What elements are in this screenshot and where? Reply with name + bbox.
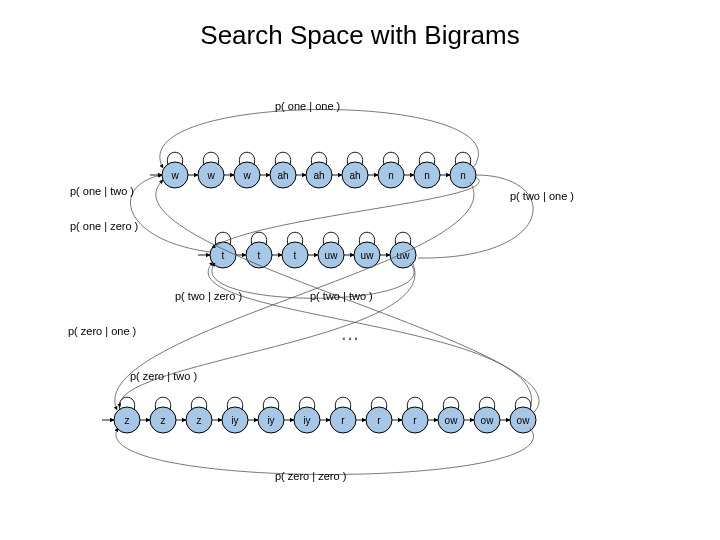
label-zero-two: p( zero | two ) (130, 370, 197, 382)
label-zero-zero: p( zero | zero ) (275, 470, 346, 482)
label-two-zero: p( two | zero ) (175, 290, 242, 302)
svg-text:z: z (125, 415, 130, 426)
arc-two-zero (208, 262, 531, 410)
svg-text:n: n (424, 170, 430, 181)
row-one: w w w ah ah ah n n n (162, 152, 476, 188)
svg-text:w: w (206, 170, 215, 181)
label-two-two: p( two | two ) (310, 290, 373, 302)
svg-text:z: z (197, 415, 202, 426)
label-one-one: p( one | one ) (275, 100, 340, 112)
bigram-diagram: w w w ah ah ah n n n t t t uw uw uw (0, 0, 720, 540)
svg-text:n: n (460, 170, 466, 181)
arc-two-one-a (418, 175, 533, 258)
label-two-one: p( two | one ) (510, 190, 574, 202)
svg-text:t: t (294, 250, 297, 261)
svg-text:w: w (170, 170, 179, 181)
svg-text:iy: iy (231, 415, 238, 426)
svg-text:ah: ah (313, 170, 324, 181)
svg-text:ah: ah (349, 170, 360, 181)
svg-text:uw: uw (325, 250, 339, 261)
svg-text:t: t (222, 250, 225, 261)
arc-one-one (160, 110, 479, 169)
svg-text:z: z (161, 415, 166, 426)
row-zero: z z z iy iy iy r r r ow ow ow (114, 397, 536, 433)
svg-text:ow: ow (517, 415, 531, 426)
label-zero-one: p( zero | one ) (68, 325, 136, 337)
svg-text:ow: ow (445, 415, 459, 426)
svg-text:uw: uw (361, 250, 375, 261)
svg-text:ah: ah (277, 170, 288, 181)
arc-zero-zero (116, 428, 534, 475)
label-one-two: p( one | two ) (70, 185, 134, 197)
svg-text:iy: iy (303, 415, 310, 426)
svg-text:n: n (388, 170, 394, 181)
svg-text:ow: ow (481, 415, 495, 426)
label-one-zero: p( one | zero ) (70, 220, 138, 232)
row-two: t t t uw uw uw (210, 232, 416, 268)
svg-text:iy: iy (267, 415, 274, 426)
arc-zero-two (120, 262, 415, 407)
svg-text:t: t (258, 250, 261, 261)
svg-text:w: w (242, 170, 251, 181)
